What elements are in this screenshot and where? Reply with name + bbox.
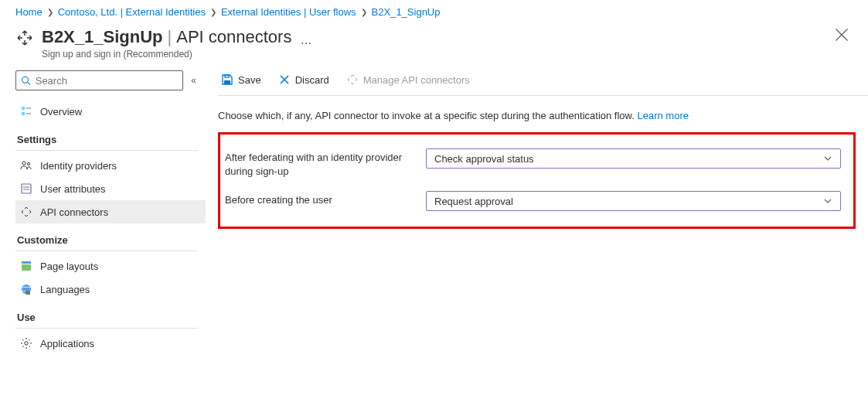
search-input[interactable] — [36, 75, 179, 87]
sidebar-item-applications[interactable]: Applications — [15, 332, 206, 355]
sidebar: « Overview Settings Identity providers — [15, 70, 206, 355]
svg-point-3 — [22, 162, 26, 165]
description-text: Choose which, if any, API connector to i… — [218, 96, 868, 132]
svg-rect-12 — [225, 75, 229, 77]
svg-rect-1 — [22, 107, 25, 110]
sidebar-item-label: Applications — [40, 338, 94, 349]
sidebar-item-page-layouts[interactable]: Page layouts — [15, 254, 206, 278]
sidebar-item-identity-providers[interactable]: Identity providers — [15, 154, 206, 177]
button-label: Save — [238, 74, 261, 86]
search-icon — [21, 75, 31, 86]
sidebar-heading-use: Use — [15, 301, 198, 329]
button-label: Discard — [295, 74, 329, 86]
chevron-down-icon — [823, 196, 832, 206]
close-icon — [834, 27, 849, 43]
chevron-right-icon: ❯ — [361, 8, 367, 16]
svg-rect-2 — [22, 112, 25, 115]
main-content: Save Discard Manage API connectors Choos… — [206, 70, 868, 229]
sidebar-item-api-connectors[interactable]: API connectors — [15, 200, 206, 223]
breadcrumb-userflows[interactable]: External Identities | User flows — [221, 6, 356, 18]
svg-rect-6 — [22, 261, 31, 264]
breadcrumb: Home ❯ Contoso, Ltd. | External Identiti… — [0, 0, 868, 21]
toolbar: Save Discard Manage API connectors — [218, 70, 868, 96]
close-button[interactable] — [834, 27, 849, 43]
description-label: Choose which, if any, API connector to i… — [218, 110, 635, 121]
move-arrows-icon — [346, 73, 359, 86]
people-icon — [20, 159, 32, 172]
layout-icon — [20, 260, 32, 272]
form-row-before-creating: Before creating the user Request approva… — [225, 191, 841, 211]
breadcrumb-home[interactable]: Home — [15, 6, 43, 18]
search-box[interactable] — [15, 70, 183, 90]
manage-api-connectors-button[interactable]: Manage API connectors — [343, 72, 473, 87]
page-title: B2X_1_SignUp | API connectors — [42, 27, 291, 47]
collapse-sidebar-button[interactable]: « — [191, 75, 196, 86]
sidebar-item-label: User attributes — [40, 183, 106, 195]
learn-more-link[interactable]: Learn more — [637, 110, 688, 121]
svg-rect-9 — [26, 291, 30, 295]
form-label: Before creating the user — [225, 191, 426, 207]
save-button[interactable]: Save — [218, 72, 264, 87]
sidebar-item-label: Languages — [40, 284, 90, 295]
page-header: B2X_1_SignUp | API connectors Sign up an… — [0, 21, 868, 64]
sidebar-item-label: API connectors — [40, 206, 108, 218]
close-icon — [278, 73, 291, 86]
sidebar-item-label: Overview — [40, 106, 82, 118]
breadcrumb-current[interactable]: B2X_1_SignUp — [372, 6, 441, 18]
move-arrows-icon — [15, 29, 34, 47]
title-section: API connectors — [176, 27, 291, 47]
chevron-right-icon: ❯ — [210, 8, 216, 16]
sidebar-heading-customize: Customize — [15, 223, 198, 251]
svg-rect-7 — [22, 264, 31, 271]
sidebar-item-languages[interactable]: Languages — [15, 278, 206, 301]
title-separator: | — [168, 27, 172, 47]
move-arrows-icon — [20, 206, 32, 218]
globe-icon — [20, 283, 32, 295]
form-label: After federating with an identity provid… — [225, 148, 426, 179]
more-actions-button[interactable]: ⋯ — [301, 37, 311, 49]
save-icon — [221, 73, 233, 86]
dropdown-value: Request approval — [434, 196, 513, 207]
chevron-down-icon — [823, 154, 832, 163]
button-label: Manage API connectors — [363, 74, 470, 86]
svg-point-0 — [22, 77, 29, 83]
highlighted-region: After federating with an identity provid… — [218, 132, 856, 229]
title-bold: B2X_1_SignUp — [42, 27, 163, 47]
form-row-after-federating: After federating with an identity provid… — [225, 148, 841, 179]
discard-button[interactable]: Discard — [275, 72, 332, 87]
sidebar-item-label: Identity providers — [40, 160, 117, 172]
overview-icon — [20, 105, 32, 118]
sidebar-item-overview[interactable]: Overview — [15, 100, 206, 123]
page-subtitle: Sign up and sign in (Recommended) — [42, 49, 291, 60]
svg-rect-11 — [224, 80, 230, 84]
dropdown-after-federating[interactable]: Check approval status — [426, 148, 841, 169]
svg-point-4 — [27, 162, 29, 165]
form-icon — [20, 182, 32, 195]
gear-icon — [20, 337, 32, 349]
dropdown-value: Check approval status — [434, 153, 534, 165]
sidebar-item-label: Page layouts — [40, 261, 98, 272]
svg-point-10 — [25, 342, 28, 345]
breadcrumb-org[interactable]: Contoso, Ltd. | External Identities — [58, 6, 206, 18]
svg-rect-5 — [22, 184, 31, 193]
sidebar-item-user-attributes[interactable]: User attributes — [15, 177, 206, 200]
chevron-right-icon: ❯ — [47, 8, 53, 16]
sidebar-heading-settings: Settings — [15, 123, 198, 151]
dropdown-before-creating[interactable]: Request approval — [426, 191, 841, 211]
